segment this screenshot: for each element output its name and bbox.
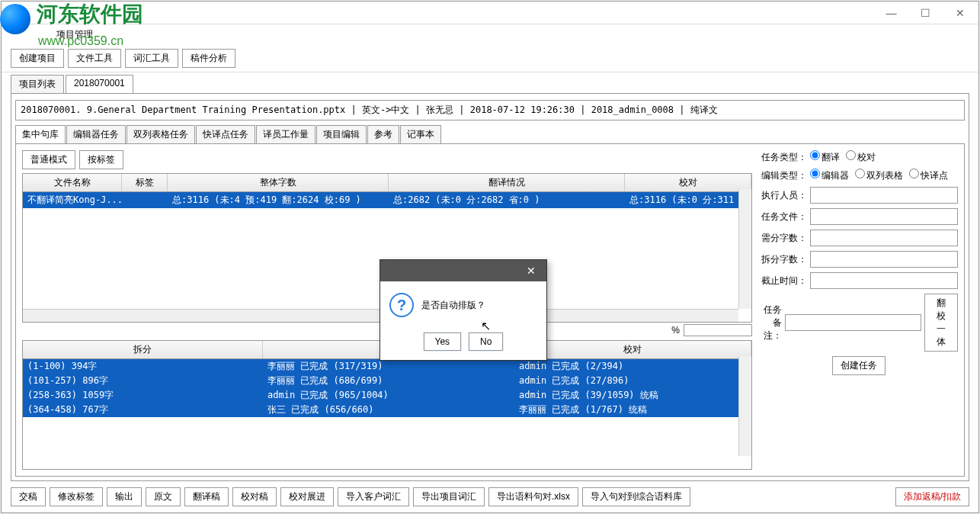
subtab-reference[interactable]: 参考 — [367, 125, 399, 143]
task-file-input[interactable] — [810, 208, 958, 225]
tab-project-id[interactable]: 2018070001 — [66, 75, 133, 93]
subtab-dual-table[interactable]: 双列表格任务 — [127, 125, 195, 143]
main-window: ▦ — ☐ ✕ 占 项目管理 创建项目 文件工具 词汇工具 稿件分析 项目列表 … — [1, 1, 979, 513]
subtab-editor-task[interactable]: 编辑器任务 — [66, 125, 126, 143]
cell-proof: 李丽丽 已完成 (1/767) 统稿 — [519, 403, 747, 416]
subtab-notepad[interactable]: 记事本 — [400, 125, 441, 143]
subtab-quick-trans[interactable]: 快译点任务 — [196, 125, 255, 143]
file-table-body: 不翻译简亮Kong-J... 总:3116 (未:4 预:419 翻:2624 … — [23, 192, 751, 208]
cell-total: 总:3116 (未:4 预:419 翻:2624 校:69 ) — [172, 194, 393, 207]
task-note-row: 任务备注： 翻校一体 — [760, 294, 958, 352]
radio-quick[interactable]: 快译点 — [909, 169, 948, 182]
dialog-close-button[interactable]: ✕ — [516, 260, 546, 281]
original-button[interactable]: 原文 — [146, 487, 181, 506]
v-scrollbar[interactable] — [738, 356, 751, 456]
deadline-input[interactable] — [810, 272, 958, 289]
output-button[interactable]: 输出 — [107, 487, 142, 506]
proofread-button[interactable]: 校对稿 — [232, 487, 277, 506]
radio-dual[interactable]: 双列表格 — [855, 169, 903, 182]
th-filename[interactable]: 文件名称 — [23, 174, 122, 191]
create-task-button[interactable]: 创建任务 — [832, 356, 886, 375]
dialog-body: ? 是否自动排版？ — [380, 281, 546, 329]
th-proof[interactable]: 校对 — [625, 174, 751, 191]
export-corpus-button[interactable]: 导出语料句对.xlsx — [488, 487, 578, 506]
radio-translate[interactable]: 翻译 — [810, 150, 840, 164]
main-tabs: 项目列表 2018070001 — [2, 75, 978, 93]
th-split[interactable]: 拆分 — [23, 341, 263, 358]
normal-mode-button[interactable]: 普通模式 — [22, 150, 75, 169]
subtab-project-edit[interactable]: 项目编辑 — [316, 125, 367, 143]
cell-trans: 张三 已完成 (656/660) — [267, 403, 519, 416]
split-words-row: 拆分字数： — [760, 251, 958, 268]
v-scrollbar[interactable] — [738, 189, 751, 309]
progress-pct-label: % — [671, 325, 680, 336]
toolbar: 创建项目 文件工具 词汇工具 稿件分析 — [2, 45, 978, 72]
need-words-row: 需分字数： — [760, 230, 958, 246]
split-words-label: 拆分字数： — [760, 253, 807, 266]
file-tools-button[interactable]: 文件工具 — [68, 49, 121, 68]
no-button[interactable]: No — [469, 332, 503, 351]
cell-proof: admin 已完成 (27/896) — [519, 374, 747, 387]
translation-button[interactable]: 翻译稿 — [184, 487, 229, 506]
dialog-titlebar: ✕ — [380, 260, 546, 281]
modify-label-button[interactable]: 修改标签 — [50, 487, 103, 506]
task-note-input[interactable] — [785, 314, 921, 331]
yes-button[interactable]: Yes — [424, 332, 462, 351]
close-button[interactable]: ✕ — [943, 2, 977, 24]
create-task-row: 创建任务 — [760, 356, 958, 375]
submit-button[interactable]: 交稿 — [11, 487, 46, 506]
export-project-vocab-button[interactable]: 导出项目词汇 — [413, 487, 485, 506]
deadline-label: 截止时间： — [760, 275, 807, 288]
cell-split: (258-363) 1059字 — [27, 389, 267, 402]
radio-editor[interactable]: 编辑器 — [810, 169, 849, 182]
import-corpus-button[interactable]: 导入句对到综合语料库 — [582, 487, 690, 506]
table-row[interactable]: (1-100) 394字 李丽丽 已完成 (317/319) admin 已完成… — [23, 359, 751, 374]
task-file-label: 任务文件： — [760, 210, 807, 223]
titlebar-left: ▦ — [3, 8, 15, 18]
tab-project-list[interactable]: 项目列表 — [11, 75, 64, 93]
executor-row: 执行人员： — [760, 187, 958, 204]
menu-project-management[interactable]: 项目管理 — [56, 28, 93, 41]
minimize-button[interactable]: — — [874, 2, 908, 24]
task-type-radio-group: 翻译 校对 — [810, 150, 876, 164]
add-rework-button[interactable]: 添加返稿/扣款 — [895, 487, 969, 506]
app-icon: ▦ — [7, 8, 15, 18]
executor-input[interactable] — [810, 187, 958, 204]
table-row[interactable]: (364-458) 767字 张三 已完成 (656/660) 李丽丽 已完成 … — [23, 403, 751, 417]
window-controls: — ☐ ✕ — [874, 2, 977, 24]
th-trans-status[interactable]: 翻译情况 — [389, 174, 625, 191]
maximize-button[interactable]: ☐ — [908, 2, 943, 24]
question-icon: ? — [389, 293, 414, 317]
bottom-buttons: 交稿 修改标签 输出 原文 翻译稿 校对稿 校对展进 导入客户词汇 导出项目词汇… — [2, 481, 978, 512]
edit-type-label: 编辑类型： — [760, 169, 807, 182]
cell-proof: admin 已完成 (39/1059) 统稿 — [519, 389, 747, 402]
th-total-words[interactable]: 整体字数 — [168, 174, 389, 191]
table-row[interactable]: (101-257) 896字 李丽丽 已完成 (686/699) admin 已… — [23, 374, 751, 388]
cell-split: (101-257) 896字 — [27, 374, 267, 387]
subtab-workload[interactable]: 译员工作量 — [256, 125, 315, 143]
dialog-message: 是否自动排版？ — [421, 299, 485, 312]
create-project-button[interactable]: 创建项目 — [11, 49, 64, 68]
edit-type-radio-group: 编辑器 双列表格 快译点 — [810, 169, 948, 182]
cell-filename: 不翻译简亮Kong-J... — [27, 194, 127, 207]
cell-trans: admin 已完成 (965/1004) — [267, 389, 519, 402]
need-words-input[interactable] — [810, 230, 958, 246]
cell-trans: 李丽丽 已完成 (686/699) — [267, 374, 519, 387]
vocab-tools-button[interactable]: 词汇工具 — [125, 49, 178, 68]
subtabs: 集中句库 编辑器任务 双列表格任务 快译点任务 译员工作量 项目编辑 参考 记事… — [15, 125, 965, 143]
trans-proof-button[interactable]: 翻校一体 — [924, 294, 958, 352]
edit-type-row: 编辑类型： 编辑器 双列表格 快译点 — [760, 169, 958, 182]
proof-expand-button[interactable]: 校对展进 — [280, 487, 334, 506]
tag-mode-button[interactable]: 按标签 — [79, 150, 123, 169]
import-client-vocab-button[interactable]: 导入客户词汇 — [338, 487, 409, 506]
cell-trans: 总:2682 (未:0 分:2682 省:0 ) — [393, 194, 629, 207]
subtab-sentence-db[interactable]: 集中句库 — [15, 125, 66, 143]
th-proof2[interactable]: 校对 — [514, 341, 751, 358]
file-analysis-button[interactable]: 稿件分析 — [182, 49, 235, 68]
split-words-input[interactable] — [810, 251, 958, 268]
th-label[interactable]: 标签 — [122, 174, 168, 191]
table-row[interactable]: (258-363) 1059字 admin 已完成 (965/1004) adm… — [23, 388, 751, 403]
cell-label — [127, 194, 172, 207]
table-row[interactable]: 不翻译简亮Kong-J... 总:3116 (未:4 预:419 翻:2624 … — [23, 192, 751, 208]
radio-proofread[interactable]: 校对 — [846, 150, 876, 164]
